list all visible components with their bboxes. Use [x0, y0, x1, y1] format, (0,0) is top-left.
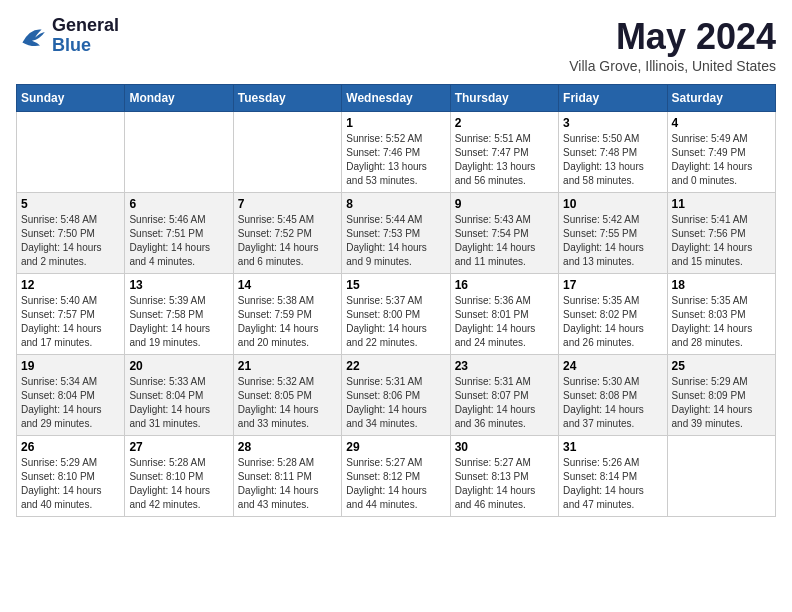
- day-info: Sunrise: 5:31 AM Sunset: 8:07 PM Dayligh…: [455, 375, 554, 431]
- calendar-day-cell: 13Sunrise: 5:39 AM Sunset: 7:58 PM Dayli…: [125, 274, 233, 355]
- day-info: Sunrise: 5:52 AM Sunset: 7:46 PM Dayligh…: [346, 132, 445, 188]
- calendar-day-cell: 5Sunrise: 5:48 AM Sunset: 7:50 PM Daylig…: [17, 193, 125, 274]
- day-of-week-header: Tuesday: [233, 85, 341, 112]
- calendar-day-cell: 28Sunrise: 5:28 AM Sunset: 8:11 PM Dayli…: [233, 436, 341, 517]
- calendar-day-cell: 14Sunrise: 5:38 AM Sunset: 7:59 PM Dayli…: [233, 274, 341, 355]
- day-info: Sunrise: 5:41 AM Sunset: 7:56 PM Dayligh…: [672, 213, 771, 269]
- calendar-day-cell: 24Sunrise: 5:30 AM Sunset: 8:08 PM Dayli…: [559, 355, 667, 436]
- calendar-day-cell: [667, 436, 775, 517]
- day-info: Sunrise: 5:38 AM Sunset: 7:59 PM Dayligh…: [238, 294, 337, 350]
- day-info: Sunrise: 5:35 AM Sunset: 8:03 PM Dayligh…: [672, 294, 771, 350]
- day-number: 17: [563, 278, 662, 292]
- day-number: 22: [346, 359, 445, 373]
- day-info: Sunrise: 5:31 AM Sunset: 8:06 PM Dayligh…: [346, 375, 445, 431]
- day-number: 24: [563, 359, 662, 373]
- day-info: Sunrise: 5:45 AM Sunset: 7:52 PM Dayligh…: [238, 213, 337, 269]
- title-block: May 2024 Villa Grove, Illinois, United S…: [569, 16, 776, 74]
- day-number: 26: [21, 440, 120, 454]
- calendar-day-cell: 31Sunrise: 5:26 AM Sunset: 8:14 PM Dayli…: [559, 436, 667, 517]
- day-number: 18: [672, 278, 771, 292]
- day-info: Sunrise: 5:50 AM Sunset: 7:48 PM Dayligh…: [563, 132, 662, 188]
- day-info: Sunrise: 5:43 AM Sunset: 7:54 PM Dayligh…: [455, 213, 554, 269]
- day-number: 19: [21, 359, 120, 373]
- calendar-table: SundayMondayTuesdayWednesdayThursdayFrid…: [16, 84, 776, 517]
- day-number: 20: [129, 359, 228, 373]
- day-number: 2: [455, 116, 554, 130]
- day-info: Sunrise: 5:30 AM Sunset: 8:08 PM Dayligh…: [563, 375, 662, 431]
- calendar-day-cell: [125, 112, 233, 193]
- day-number: 25: [672, 359, 771, 373]
- day-number: 1: [346, 116, 445, 130]
- day-number: 23: [455, 359, 554, 373]
- day-info: Sunrise: 5:28 AM Sunset: 8:10 PM Dayligh…: [129, 456, 228, 512]
- calendar-day-cell: 27Sunrise: 5:28 AM Sunset: 8:10 PM Dayli…: [125, 436, 233, 517]
- day-info: Sunrise: 5:46 AM Sunset: 7:51 PM Dayligh…: [129, 213, 228, 269]
- calendar-day-cell: 8Sunrise: 5:44 AM Sunset: 7:53 PM Daylig…: [342, 193, 450, 274]
- calendar-day-cell: 17Sunrise: 5:35 AM Sunset: 8:02 PM Dayli…: [559, 274, 667, 355]
- day-number: 13: [129, 278, 228, 292]
- day-info: Sunrise: 5:48 AM Sunset: 7:50 PM Dayligh…: [21, 213, 120, 269]
- day-number: 9: [455, 197, 554, 211]
- day-info: Sunrise: 5:28 AM Sunset: 8:11 PM Dayligh…: [238, 456, 337, 512]
- day-info: Sunrise: 5:27 AM Sunset: 8:13 PM Dayligh…: [455, 456, 554, 512]
- calendar-week-row: 5Sunrise: 5:48 AM Sunset: 7:50 PM Daylig…: [17, 193, 776, 274]
- calendar-header-row: SundayMondayTuesdayWednesdayThursdayFrid…: [17, 85, 776, 112]
- calendar-week-row: 19Sunrise: 5:34 AM Sunset: 8:04 PM Dayli…: [17, 355, 776, 436]
- day-info: Sunrise: 5:33 AM Sunset: 8:04 PM Dayligh…: [129, 375, 228, 431]
- calendar-day-cell: [233, 112, 341, 193]
- calendar-day-cell: 11Sunrise: 5:41 AM Sunset: 7:56 PM Dayli…: [667, 193, 775, 274]
- day-number: 10: [563, 197, 662, 211]
- day-number: 6: [129, 197, 228, 211]
- month-title: May 2024: [569, 16, 776, 58]
- day-of-week-header: Sunday: [17, 85, 125, 112]
- logo-bird-icon: [16, 20, 48, 52]
- day-number: 21: [238, 359, 337, 373]
- day-info: Sunrise: 5:40 AM Sunset: 7:57 PM Dayligh…: [21, 294, 120, 350]
- location-subtitle: Villa Grove, Illinois, United States: [569, 58, 776, 74]
- day-info: Sunrise: 5:36 AM Sunset: 8:01 PM Dayligh…: [455, 294, 554, 350]
- calendar-day-cell: 1Sunrise: 5:52 AM Sunset: 7:46 PM Daylig…: [342, 112, 450, 193]
- page-header: General Blue May 2024 Villa Grove, Illin…: [16, 16, 776, 74]
- day-info: Sunrise: 5:44 AM Sunset: 7:53 PM Dayligh…: [346, 213, 445, 269]
- calendar-day-cell: 19Sunrise: 5:34 AM Sunset: 8:04 PM Dayli…: [17, 355, 125, 436]
- day-of-week-header: Monday: [125, 85, 233, 112]
- day-number: 4: [672, 116, 771, 130]
- calendar-day-cell: 26Sunrise: 5:29 AM Sunset: 8:10 PM Dayli…: [17, 436, 125, 517]
- calendar-day-cell: 23Sunrise: 5:31 AM Sunset: 8:07 PM Dayli…: [450, 355, 558, 436]
- day-number: 11: [672, 197, 771, 211]
- day-number: 7: [238, 197, 337, 211]
- day-number: 5: [21, 197, 120, 211]
- logo-general-text: General: [52, 16, 119, 36]
- day-number: 31: [563, 440, 662, 454]
- day-number: 14: [238, 278, 337, 292]
- day-number: 27: [129, 440, 228, 454]
- day-info: Sunrise: 5:42 AM Sunset: 7:55 PM Dayligh…: [563, 213, 662, 269]
- day-number: 8: [346, 197, 445, 211]
- calendar-week-row: 1Sunrise: 5:52 AM Sunset: 7:46 PM Daylig…: [17, 112, 776, 193]
- day-number: 3: [563, 116, 662, 130]
- calendar-day-cell: 7Sunrise: 5:45 AM Sunset: 7:52 PM Daylig…: [233, 193, 341, 274]
- calendar-day-cell: 25Sunrise: 5:29 AM Sunset: 8:09 PM Dayli…: [667, 355, 775, 436]
- day-info: Sunrise: 5:26 AM Sunset: 8:14 PM Dayligh…: [563, 456, 662, 512]
- day-number: 30: [455, 440, 554, 454]
- day-number: 29: [346, 440, 445, 454]
- calendar-day-cell: 9Sunrise: 5:43 AM Sunset: 7:54 PM Daylig…: [450, 193, 558, 274]
- day-of-week-header: Saturday: [667, 85, 775, 112]
- day-of-week-header: Wednesday: [342, 85, 450, 112]
- logo-blue-text: Blue: [52, 36, 119, 56]
- calendar-day-cell: 10Sunrise: 5:42 AM Sunset: 7:55 PM Dayli…: [559, 193, 667, 274]
- day-number: 12: [21, 278, 120, 292]
- calendar-day-cell: [17, 112, 125, 193]
- day-info: Sunrise: 5:27 AM Sunset: 8:12 PM Dayligh…: [346, 456, 445, 512]
- calendar-day-cell: 22Sunrise: 5:31 AM Sunset: 8:06 PM Dayli…: [342, 355, 450, 436]
- day-info: Sunrise: 5:35 AM Sunset: 8:02 PM Dayligh…: [563, 294, 662, 350]
- calendar-week-row: 12Sunrise: 5:40 AM Sunset: 7:57 PM Dayli…: [17, 274, 776, 355]
- day-info: Sunrise: 5:29 AM Sunset: 8:10 PM Dayligh…: [21, 456, 120, 512]
- day-info: Sunrise: 5:39 AM Sunset: 7:58 PM Dayligh…: [129, 294, 228, 350]
- day-info: Sunrise: 5:34 AM Sunset: 8:04 PM Dayligh…: [21, 375, 120, 431]
- day-info: Sunrise: 5:37 AM Sunset: 8:00 PM Dayligh…: [346, 294, 445, 350]
- day-number: 15: [346, 278, 445, 292]
- day-info: Sunrise: 5:29 AM Sunset: 8:09 PM Dayligh…: [672, 375, 771, 431]
- calendar-day-cell: 2Sunrise: 5:51 AM Sunset: 7:47 PM Daylig…: [450, 112, 558, 193]
- calendar-day-cell: 12Sunrise: 5:40 AM Sunset: 7:57 PM Dayli…: [17, 274, 125, 355]
